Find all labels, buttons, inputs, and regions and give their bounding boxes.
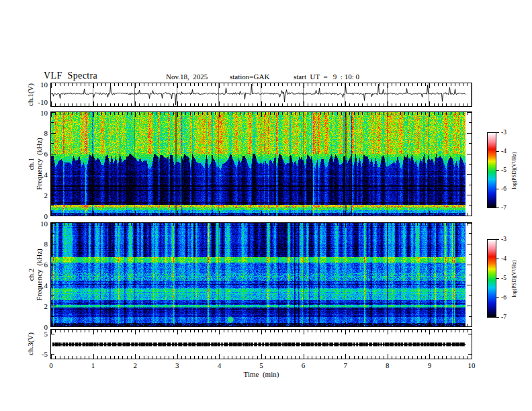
x-tick-label: 3 xyxy=(170,361,185,369)
colorbar-tick xyxy=(496,239,499,240)
y-tick-label: 4 xyxy=(27,171,48,179)
x-tick-label: 8 xyxy=(380,361,395,369)
x-tick-label: 4 xyxy=(212,361,226,369)
y-tick-label: 0 xyxy=(27,323,48,331)
colorbar-tick xyxy=(496,189,499,189)
ch1-voltage-waveform-canvas xyxy=(51,83,472,106)
y-tick-label: 8 xyxy=(27,129,48,137)
x-tick-label: 10 xyxy=(464,361,479,369)
x-tick-label: 9 xyxy=(422,361,437,369)
colorbar-tick-label: -5 xyxy=(501,167,515,173)
ch2-spectrogram-panel xyxy=(50,222,472,327)
x-tick-label: 2 xyxy=(128,361,142,369)
ch3-voltage-axis-title: ch.3(V) xyxy=(26,297,34,391)
figure-title: VLF Spectra xyxy=(44,71,97,81)
colorbar-tick-label: -4 xyxy=(501,148,515,154)
x-tick-label: 5 xyxy=(254,361,269,369)
colorbar-tick xyxy=(496,278,499,279)
colorbar-tick-label: -7 xyxy=(501,204,515,211)
vlf-spectra-figure: VLF Spectra Nov.18, 2025 station=GAK sta… xyxy=(0,0,532,411)
y-tick xyxy=(468,334,472,334)
ch1-ytick-bottom: -10 xyxy=(27,98,48,106)
colorbar-tick-label: -5 xyxy=(501,275,515,281)
ch2-spectrogram-canvas xyxy=(51,223,472,326)
colorbar-tick xyxy=(496,259,499,259)
x-tick-label: 6 xyxy=(296,361,311,369)
y-tick-label: 10 xyxy=(27,220,48,228)
colorbar-tick xyxy=(496,170,499,171)
ch1-spectrogram-panel xyxy=(50,111,472,216)
ch3-ytick-top: 5 xyxy=(27,330,48,338)
colorbar-tick-label: -6 xyxy=(501,294,515,301)
y-tick-label: 8 xyxy=(27,240,48,248)
colorbar-tick-label: -3 xyxy=(501,236,515,242)
y-tick-label: 2 xyxy=(27,191,48,199)
ch3-ytick-bottom: -5 xyxy=(27,350,48,358)
x-tick-label: 7 xyxy=(338,361,353,369)
y-tick xyxy=(51,354,54,355)
ch1-voltage-panel xyxy=(50,83,472,107)
x-tick-label: 0 xyxy=(44,361,58,369)
time-axis-title: Time (min) xyxy=(221,370,302,378)
ch1-spectrogram-canvas xyxy=(51,112,472,216)
colorbar-tick xyxy=(496,298,499,298)
colorbar-tick xyxy=(496,151,499,152)
y-tick-label: 4 xyxy=(27,281,48,289)
figure-date: Nov.18, 2025 xyxy=(166,73,208,81)
ch1-ytick-top: 10 xyxy=(27,81,48,89)
start-ut-label: start UT = 9 : 10: 0 xyxy=(294,73,359,81)
colorbar-tick-label: -3 xyxy=(501,129,515,136)
colorbar-tick-label: -7 xyxy=(501,314,515,320)
y-tick xyxy=(468,354,472,355)
ch3-voltage-panel xyxy=(50,329,472,359)
colorbar-tick xyxy=(496,132,499,133)
x-tick-label: 1 xyxy=(86,361,101,369)
ch3-voltage-waveform-canvas xyxy=(51,330,472,359)
colorbar-tick-label: -4 xyxy=(501,255,515,262)
y-tick xyxy=(51,334,54,334)
y-tick-label: 2 xyxy=(27,302,48,310)
station-label: station=GAK xyxy=(230,73,269,81)
colorbar-tick xyxy=(496,317,499,318)
y-tick-label: 6 xyxy=(27,261,48,269)
y-tick-label: 6 xyxy=(27,150,48,158)
y-tick-label: 10 xyxy=(27,109,48,117)
colorbar-ch1 xyxy=(487,132,496,208)
colorbar-tick xyxy=(496,208,499,208)
colorbar-ch2 xyxy=(487,239,496,318)
colorbar-tick-label: -6 xyxy=(501,185,515,192)
